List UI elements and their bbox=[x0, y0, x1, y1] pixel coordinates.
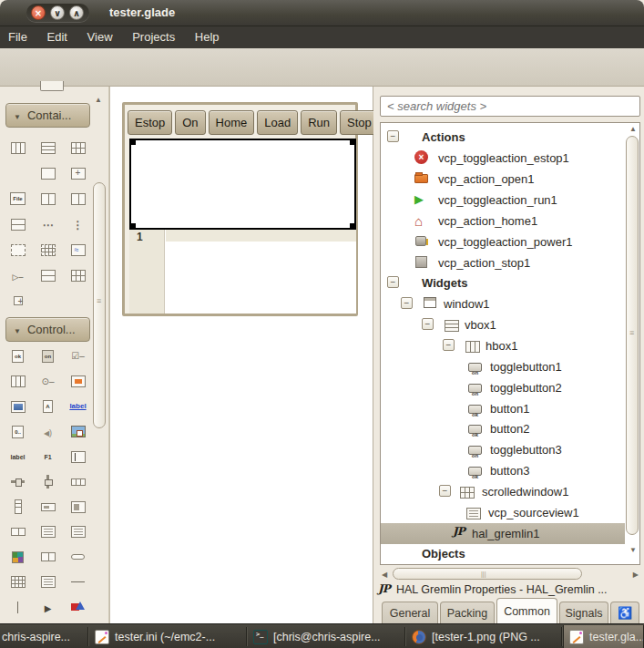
palette-hbuttonbox[interactable] bbox=[33, 211, 63, 237]
palette-togglebutton[interactable]: on bbox=[33, 344, 63, 369]
taskbar-item-tester-glade-active[interactable]: tester.gla... bbox=[563, 625, 644, 648]
tree-scroll-up-icon[interactable]: ▲ bbox=[629, 125, 637, 133]
tree-item-button1[interactable]: ok button1 bbox=[381, 398, 625, 419]
palette-accellabel[interactable]: F1 bbox=[33, 444, 63, 469]
palette-expander[interactable] bbox=[3, 262, 33, 288]
palette-label[interactable]: label bbox=[3, 444, 33, 469]
designed-togglebutton-run[interactable]: Run bbox=[301, 110, 337, 135]
palette-statusbar[interactable]: 0.. bbox=[3, 419, 33, 445]
palette-hpaned[interactable] bbox=[63, 186, 93, 211]
palette-linkbutton[interactable]: label bbox=[63, 394, 93, 419]
tree-item-vcp-action-open1[interactable]: vcp_action_open1 bbox=[381, 169, 625, 190]
palette-fontbutton[interactable]: A bbox=[33, 394, 63, 419]
palette-vbuttonbox[interactable] bbox=[63, 211, 93, 237]
palette-textentry[interactable] bbox=[63, 444, 93, 469]
palette-progressbar[interactable] bbox=[33, 494, 63, 519]
tree-horizontal-scrollbar[interactable]: ◀ ▶ bbox=[380, 568, 640, 581]
taskbar-item-firefox[interactable]: [tester-1.png (PNG ... bbox=[406, 625, 561, 648]
palette-iconview[interactable] bbox=[33, 237, 63, 262]
minimize-button[interactable]: ∨ bbox=[50, 5, 65, 20]
design-canvas[interactable]: Estop On Home Load Run Stop 1 bbox=[109, 87, 373, 623]
tab-accessibility[interactable] bbox=[610, 602, 639, 623]
taskbar-item-tester-ini[interactable]: tester.ini (~/emc2-... bbox=[89, 625, 246, 648]
palette-vscale[interactable] bbox=[33, 469, 63, 495]
palette-viewport[interactable] bbox=[3, 237, 33, 262]
palette-table[interactable] bbox=[63, 135, 93, 160]
tree-item-hal-gremlin1-selected[interactable]: hal_gremlin1 bbox=[381, 523, 625, 544]
palette-alignment[interactable] bbox=[3, 288, 33, 314]
collapse-minus-icon[interactable] bbox=[443, 339, 455, 351]
palette-iconview-color[interactable] bbox=[3, 544, 33, 570]
tree-header-objects[interactable]: Objects bbox=[381, 543, 625, 564]
palette-spinbutton[interactable] bbox=[3, 369, 33, 395]
palette-drawingarea[interactable] bbox=[63, 594, 93, 620]
widget-tree[interactable]: Actions vcp_toggleaction_estop1 vcp_acti… bbox=[380, 122, 640, 565]
palette-hseparator[interactable] bbox=[63, 570, 93, 595]
palette-filechooserbutton[interactable] bbox=[63, 369, 93, 395]
palette-calendar[interactable] bbox=[3, 570, 33, 595]
palette-textview-justified[interactable] bbox=[63, 519, 93, 545]
palette-treeview[interactable] bbox=[33, 570, 63, 595]
menu-projects[interactable]: Projects bbox=[124, 26, 183, 48]
tree-item-togglebutton1[interactable]: on togglebutton1 bbox=[381, 356, 625, 377]
tree-item-window1[interactable]: window1 bbox=[381, 293, 625, 314]
tab-signals[interactable]: Signals bbox=[559, 602, 608, 623]
selection-handle[interactable] bbox=[350, 223, 356, 230]
tab-common-active[interactable]: Common bbox=[496, 598, 557, 623]
collapse-minus-icon[interactable] bbox=[387, 130, 399, 142]
tree-item-vcp-sourceview1[interactable]: vcp_sourceview1 bbox=[381, 502, 625, 523]
tree-item-vbox1[interactable]: vbox1 bbox=[381, 314, 625, 335]
designed-hal-gremlin1-selected[interactable] bbox=[129, 139, 356, 230]
palette-layout[interactable] bbox=[33, 262, 63, 288]
tree-item-vcp-action-home1[interactable]: vcp_action_home1 bbox=[381, 211, 625, 231]
palette-vseparator[interactable] bbox=[3, 594, 33, 620]
palette-checkbutton[interactable]: ☑– bbox=[63, 344, 93, 369]
designed-button-home[interactable]: Home bbox=[209, 110, 255, 135]
palette-arrow[interactable] bbox=[33, 594, 63, 620]
palette-fixed[interactable] bbox=[63, 160, 93, 186]
titlebar[interactable]: × ∨ ∧ tester.glade bbox=[0, 0, 644, 26]
palette-volumebutton[interactable] bbox=[33, 419, 63, 445]
tree-scroll-down-icon[interactable]: ▼ bbox=[629, 546, 637, 554]
collapse-minus-icon[interactable] bbox=[439, 485, 451, 497]
designed-window1[interactable]: Estop On Home Load Run Stop 1 bbox=[122, 102, 358, 316]
designed-togglebutton-on[interactable]: On bbox=[175, 110, 205, 135]
taskbar-item-desktop[interactable]: chris-aspire... bbox=[0, 625, 87, 648]
palette-image[interactable] bbox=[63, 419, 93, 445]
tab-packing[interactable]: Packing bbox=[440, 602, 495, 623]
maximize-button[interactable]: ∧ bbox=[69, 5, 84, 20]
tree-item-hbox1[interactable]: hbox1 bbox=[381, 335, 625, 356]
menu-edit[interactable]: Edit bbox=[39, 26, 76, 48]
horizontal-scrollbar-thumb[interactable] bbox=[393, 568, 582, 580]
palette-frame[interactable] bbox=[33, 160, 63, 186]
palette-vscrollbar[interactable] bbox=[3, 494, 33, 519]
palette-radiobutton[interactable]: ⊙– bbox=[33, 369, 63, 395]
palette-scrollbar-thumb[interactable] bbox=[93, 182, 106, 428]
taskbar-item-terminal[interactable]: [chris@chris-aspire... bbox=[248, 625, 404, 648]
tree-header-widgets[interactable]: Widgets bbox=[381, 273, 625, 293]
palette-buttonbox[interactable] bbox=[33, 186, 63, 211]
palette-hscale[interactable] bbox=[3, 469, 33, 495]
palette-hbox[interactable] bbox=[3, 135, 33, 160]
selection-handle[interactable] bbox=[129, 223, 136, 230]
palette-textview[interactable] bbox=[33, 519, 63, 545]
tree-item-togglebutton3[interactable]: on togglebutton3 bbox=[381, 439, 625, 460]
palette-button[interactable]: ok bbox=[3, 344, 33, 369]
palette-toolbar[interactable] bbox=[63, 262, 93, 288]
designed-togglebutton-estop[interactable]: Estop bbox=[128, 110, 172, 135]
tree-item-button3[interactable]: ok button3 bbox=[381, 460, 625, 481]
tree-item-vcp-toggleaction-power1[interactable]: vcp_toggleaction_power1 bbox=[381, 231, 625, 252]
designed-button-load[interactable]: Load bbox=[257, 110, 298, 135]
palette-filechooserwidget[interactable]: File bbox=[3, 186, 33, 211]
scroll-right-icon[interactable]: ▶ bbox=[633, 571, 639, 579]
menu-file[interactable]: File bbox=[0, 26, 36, 48]
search-widgets-input[interactable] bbox=[380, 96, 640, 117]
collapse-minus-icon[interactable] bbox=[387, 276, 399, 288]
palette-section-containers[interactable]: Contai... bbox=[5, 103, 90, 128]
tree-item-button2[interactable]: ok button2 bbox=[381, 418, 625, 439]
palette-vpaned[interactable] bbox=[3, 211, 33, 237]
tree-item-scrolledwindow1[interactable]: scrolledwindow1 bbox=[381, 481, 625, 502]
tree-item-vcp-action-stop1[interactable]: vcp_action_stop1 bbox=[381, 252, 625, 273]
menu-view[interactable]: View bbox=[79, 26, 121, 48]
palette-hseparator-pill[interactable] bbox=[63, 544, 93, 570]
